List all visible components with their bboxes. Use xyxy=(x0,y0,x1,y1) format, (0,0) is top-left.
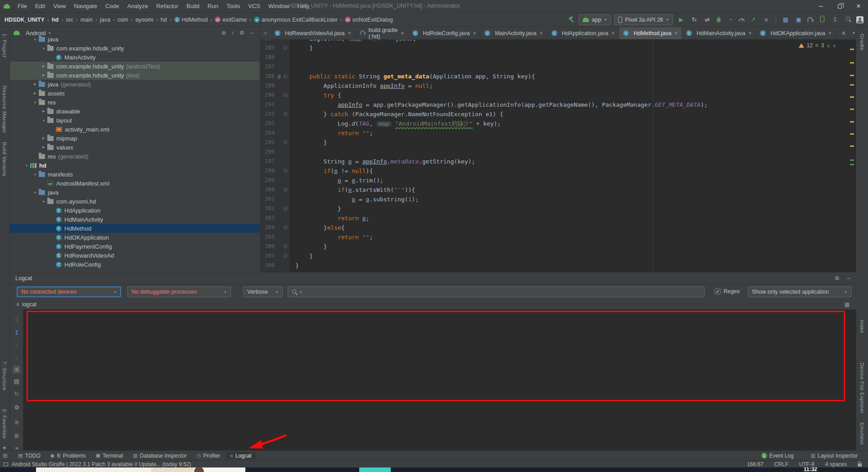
profile-avatar[interactable] xyxy=(856,16,863,23)
tree-item-com-example-hdsdk_unity[interactable]: ▶com.example.hdsdk_unity(test) xyxy=(10,71,260,80)
tree-item-res[interactable]: ▼res xyxy=(10,98,260,107)
sdk-manager-button[interactable]: ↧ xyxy=(830,16,840,23)
chevron-expanded-icon[interactable]: ▼ xyxy=(40,119,47,122)
tree-item-hdroleconfig[interactable]: CHdRoleConfig xyxy=(10,260,260,269)
hide-panel-icon[interactable]: ─ xyxy=(249,30,253,36)
chevron-collapsed-icon[interactable]: ▶ xyxy=(40,64,47,68)
profile-app-button[interactable]: ↗ xyxy=(748,16,758,23)
restart-logcat-icon[interactable]: ↻ xyxy=(10,390,23,397)
toolwindow-button-logcat[interactable]: ≡Logcat xyxy=(226,452,255,459)
indent-style[interactable]: 4 spaces xyxy=(825,461,847,467)
tree-item-mipmap[interactable]: ▶mipmap xyxy=(10,134,260,143)
chevron-collapsed-icon[interactable]: ▶ xyxy=(40,109,47,113)
log-level-dropdown[interactable]: Verbose ▼ xyxy=(243,286,283,297)
menu-code[interactable]: Code xyxy=(101,0,123,12)
chevron-collapsed-icon[interactable]: ▶ xyxy=(40,136,47,140)
logcat-search-input[interactable]: ▼ xyxy=(288,286,705,297)
code-line-287[interactable]: 287 xyxy=(260,62,856,72)
code-line-285[interactable]: 285 } xyxy=(260,43,856,53)
scroll-to-end-icon[interactable]: ↧ xyxy=(10,329,23,336)
menu-vcs[interactable]: VCS xyxy=(244,0,264,12)
search-history-icon[interactable]: ▼ xyxy=(299,290,303,294)
toolwindow-button-terminal[interactable]: ▣Terminal xyxy=(91,452,127,459)
breadcrumb-item-hd[interactable]: hd xyxy=(52,17,59,23)
clear-logcat-icon[interactable]: ▯ xyxy=(10,316,23,322)
menu-build[interactable]: Build xyxy=(182,0,203,12)
fold-marker-icon[interactable] xyxy=(284,226,287,229)
regex-checkbox[interactable]: ✓ xyxy=(714,288,721,295)
sidebar-item-emulator[interactable]: Emulator xyxy=(859,422,865,445)
status-message[interactable]: Android Studio Giraffe | 2022.3.1 Patch … xyxy=(12,461,191,467)
tab-close-icon[interactable]: × xyxy=(401,30,404,36)
tree-item-hdpaymentconfig[interactable]: CHdPaymentConfig xyxy=(10,242,260,251)
lock-icon[interactable] xyxy=(858,463,862,467)
code-line-306[interactable]: 306 } xyxy=(260,242,856,251)
tree-item-com-example-hdsdk_unity[interactable]: ▼com.example.hdsdk_unity xyxy=(10,44,260,53)
run-button[interactable]: ▶ xyxy=(676,16,686,23)
tree-item-androidmanifest-xml[interactable]: MFAndroidManifest.xml xyxy=(10,179,260,188)
toolwindow-button-layout-inspector[interactable]: ▥Layout Inspector xyxy=(807,452,862,459)
fold-marker-icon[interactable] xyxy=(284,112,287,116)
chevron-expanded-icon[interactable]: ▼ xyxy=(40,200,47,203)
close-button[interactable]: ✕ xyxy=(849,0,868,12)
tree-item-com-ayoomi-hd[interactable]: ▼com.ayoomi.hd xyxy=(10,197,260,206)
editor-tab-hdroleconfig.java[interactable]: CHdRoleConfig.java× xyxy=(408,27,480,39)
menu-tools[interactable]: Tools xyxy=(222,0,244,12)
fold-marker-icon[interactable] xyxy=(284,207,287,210)
tree-item-hdokapplication[interactable]: CHdOKApplication xyxy=(10,233,260,242)
editor-tab-build.gradle-hd-[interactable]: build.gradle (:hd)× xyxy=(356,27,409,39)
prev-issue-icon[interactable]: ∧ xyxy=(827,43,830,48)
chevron-collapsed-icon[interactable]: ▶ xyxy=(32,91,39,95)
close-tab-icon[interactable]: × xyxy=(841,29,845,37)
editor-tab-hdmainactivity.java[interactable]: CHdMainActivity.java× xyxy=(682,27,756,39)
scrolled-tab-close-icon[interactable]: × xyxy=(260,30,271,36)
fold-marker-icon[interactable] xyxy=(284,46,287,50)
breadcrumb-item-main[interactable]: main xyxy=(81,17,93,23)
gradle-sync-button[interactable] xyxy=(807,17,814,23)
sidebar-item-make[interactable]: make xyxy=(859,320,865,333)
code-line-308[interactable]: 308} xyxy=(260,261,856,270)
tree-item-java[interactable]: ▼java xyxy=(10,188,260,197)
tree-item-hdmainactivity[interactable]: CHdMainActivity xyxy=(10,215,260,224)
code-line-297[interactable]: 297 String o = appInfo.metaData.getStrin… xyxy=(260,157,856,166)
hide-panel-icon[interactable]: ─ xyxy=(846,275,850,281)
fold-marker-icon[interactable] xyxy=(284,245,287,248)
breadcrumb-item-src[interactable]: src xyxy=(66,17,73,23)
tree-item-hdrewardvideoad[interactable]: CHdRewardVideoAd xyxy=(10,251,260,260)
code-area[interactable]: 284 Log.d(TAG, msg: "..." + json);285 }2… xyxy=(260,40,856,272)
code-line-289[interactable]: 289 ApplicationInfo appInfo = null; xyxy=(260,81,856,91)
chevron-expanded-icon[interactable]: ▼ xyxy=(32,173,39,176)
profiler-button[interactable] xyxy=(738,16,745,23)
tab-close-icon[interactable]: × xyxy=(674,30,678,36)
process-filter-dropdown[interactable]: No debuggable processes ▼ xyxy=(127,286,231,297)
fold-marker-icon[interactable] xyxy=(284,93,287,97)
sidebar-item-device-file-explorer[interactable]: Device File Explorer xyxy=(859,363,865,413)
stripe-mark[interactable] xyxy=(850,109,854,110)
code-line-294[interactable]: 294 return ""; xyxy=(260,128,856,138)
code-line-300[interactable]: 300 if(o.startsWith("'")){ xyxy=(260,185,856,195)
logcat-settings-gear-icon[interactable]: ⚙ xyxy=(10,404,23,411)
breadcrumb-item-ayoomi[interactable]: ayoomi xyxy=(136,17,154,23)
file-encoding[interactable]: UTF-8 xyxy=(799,461,814,467)
attach-debugger-button[interactable]: ◔ xyxy=(725,16,735,23)
build-hammer-icon[interactable] xyxy=(568,16,575,23)
chevron-expanded-icon[interactable]: ▼ xyxy=(32,191,39,194)
code-line-291[interactable]: 291 appInfo = app.getPackageManager().ge… xyxy=(260,100,856,109)
minimize-button[interactable]: ─ xyxy=(811,0,830,12)
device-select[interactable]: Pixel 3a API 26 ▼ xyxy=(614,14,673,25)
menu-view[interactable]: View xyxy=(49,0,70,12)
chevron-collapsed-icon[interactable]: ▶ xyxy=(32,82,39,86)
logcat-tab[interactable]: logcat xyxy=(22,301,36,308)
down-stack-trace-icon[interactable]: ↓ xyxy=(10,354,23,361)
tree-item-values[interactable]: ▶values xyxy=(10,143,260,152)
menu-refactor[interactable]: Refactor xyxy=(152,0,182,12)
code-line-304[interactable]: 304 }else{ xyxy=(260,223,856,232)
stripe-mark[interactable] xyxy=(850,75,854,76)
code-line-293[interactable]: 293 Log.d(TAG, msg: "AndroidMainfest的缺少"… xyxy=(260,119,856,128)
menu-analyze[interactable]: Analyze xyxy=(123,0,152,12)
code-line-296[interactable]: 296 xyxy=(260,147,856,157)
tree-item-manifests[interactable]: ▼manifests xyxy=(10,170,260,179)
code-line-299[interactable]: 299 o = o.trim(); xyxy=(260,176,856,185)
code-line-295[interactable]: 295 } xyxy=(260,138,856,147)
tab-close-icon[interactable]: × xyxy=(348,30,351,36)
